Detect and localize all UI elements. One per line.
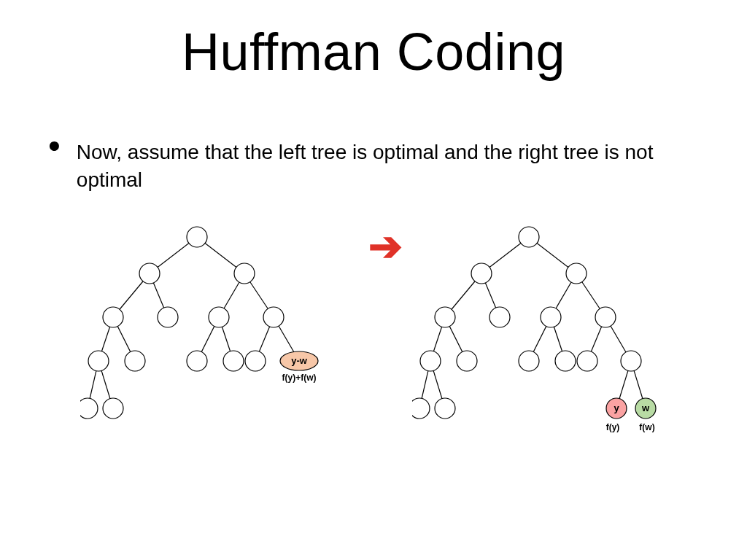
svg-point-23: [187, 351, 207, 371]
page-title: Huffman Coding: [0, 22, 747, 82]
svg-point-18: [158, 307, 178, 327]
svg-point-22: [125, 351, 145, 371]
svg-point-25: [245, 351, 266, 371]
svg-point-50: [541, 307, 561, 327]
merged-node-sub: f(y)+f(w): [282, 373, 317, 383]
svg-point-20: [263, 307, 284, 327]
svg-point-58: [412, 398, 430, 419]
svg-point-57: [621, 351, 641, 371]
svg-point-15: [139, 263, 160, 284]
svg-point-53: [457, 351, 477, 371]
svg-point-49: [489, 307, 510, 327]
arrow-icon: ➔: [368, 222, 403, 270]
y-node-sub: f(y): [606, 422, 620, 432]
merged-node-label: y-w: [291, 355, 308, 366]
svg-point-52: [420, 351, 441, 371]
svg-point-21: [88, 351, 109, 371]
svg-point-51: [595, 307, 616, 327]
right-tree: y f(y) w f(w): [412, 219, 675, 496]
bullet-item: • Now, assume that the left tree is opti…: [48, 139, 703, 194]
w-node-sub: f(w): [639, 422, 654, 432]
svg-point-24: [223, 351, 244, 371]
svg-point-48: [435, 307, 455, 327]
diagram-container: ➔ y-w f(y)+f(w): [80, 219, 678, 510]
svg-point-47: [566, 263, 587, 284]
svg-point-28: [103, 398, 123, 419]
svg-point-17: [103, 307, 123, 327]
svg-point-45: [519, 227, 539, 247]
left-tree: y-w f(y)+f(w): [80, 219, 343, 459]
svg-point-46: [471, 263, 492, 284]
svg-point-56: [577, 351, 597, 371]
svg-point-59: [435, 398, 455, 419]
bullet-marker: •: [48, 139, 61, 152]
svg-point-54: [519, 351, 539, 371]
bullet-text: Now, assume that the left tree is optima…: [77, 139, 703, 194]
svg-point-27: [80, 398, 98, 419]
svg-point-19: [209, 307, 229, 327]
y-node-label: y: [614, 402, 619, 413]
w-node-label: w: [641, 402, 650, 413]
svg-point-14: [187, 227, 207, 247]
svg-point-16: [234, 263, 255, 284]
svg-point-55: [555, 351, 576, 371]
